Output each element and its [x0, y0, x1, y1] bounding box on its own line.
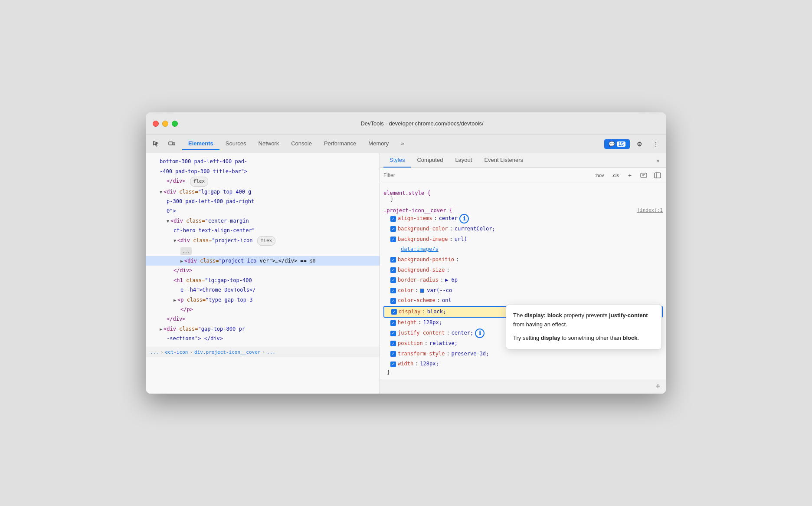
- breadcrumb-ellipsis[interactable]: ...: [150, 349, 159, 355]
- styles-more-tabs[interactable]: »: [653, 154, 663, 167]
- elements-panel: bottom-300 pad-left-400 pad- -400 pad-to…: [146, 153, 380, 394]
- data-image-link[interactable]: data:image/s: [401, 245, 439, 254]
- html-line: ▶<p class="type gap-top-3: [146, 295, 380, 305]
- add-style-button[interactable]: +: [625, 170, 635, 181]
- prop-checkbox-background-image[interactable]: [390, 237, 396, 242]
- prop-checkbox-height[interactable]: [390, 320, 396, 326]
- prop-checkbox-background-position[interactable]: [390, 257, 396, 263]
- html-line: ct-hero text-align-center": [146, 226, 380, 235]
- minimize-button[interactable]: [162, 121, 168, 127]
- html-line: ▼<div class="center-margin: [146, 216, 380, 226]
- tooltip-popup: The display: block property prevents jus…: [506, 305, 662, 349]
- tab-network[interactable]: Network: [252, 138, 285, 150]
- new-style-rule-button[interactable]: [638, 170, 649, 181]
- issues-badge[interactable]: 💬 15: [604, 139, 630, 149]
- svg-rect-0: [169, 142, 173, 145]
- tooltip-bold-block: block: [622, 335, 637, 341]
- html-line: <h1 class="lg:gap-top-400: [146, 276, 380, 285]
- color-swatch[interactable]: [420, 289, 424, 293]
- element-style-header: element.style {: [383, 190, 663, 196]
- tooltip-line1: The display: block property prevents jus…: [513, 311, 655, 329]
- bottom-bar: +: [380, 379, 666, 394]
- tab-styles[interactable]: Styles: [383, 153, 411, 168]
- gear-icon: ⚙: [637, 141, 642, 148]
- titlebar: DevTools - developer.chrome.com/docs/dev…: [146, 112, 666, 135]
- html-line: </div>: [146, 266, 380, 275]
- html-line: 0">: [146, 206, 380, 216]
- prop-data-image: data:image/s: [383, 244, 663, 255]
- devtools-window: DevTools - developer.chrome.com/docs/dev…: [146, 112, 666, 394]
- prop-checkbox-position[interactable]: [390, 341, 396, 346]
- main-toolbar: Elements Sources Network Console Perform…: [146, 135, 666, 153]
- info-icon-align-items[interactable]: ℹ: [459, 214, 469, 223]
- prop-checkbox-align-items[interactable]: [390, 216, 396, 222]
- css-source-link[interactable]: (index):1: [637, 207, 663, 213]
- html-line: bottom-300 pad-left-400 pad-: [146, 157, 380, 166]
- tab-event-listeners[interactable]: Event Listeners: [478, 153, 529, 168]
- inspect-element-button[interactable]: [149, 138, 163, 150]
- more-options-button[interactable]: ⋮: [649, 138, 663, 150]
- issues-icon: 💬: [609, 141, 615, 147]
- styles-panel: Styles Computed Layout Event Listeners »…: [380, 153, 666, 394]
- main-rule-header: .project-icon__cover { (index):1: [383, 207, 663, 214]
- svg-rect-2: [641, 173, 647, 177]
- prop-border-radius: border-radius : ▶ 6p: [383, 275, 663, 286]
- prop-align-items: align-items : center ℹ: [383, 214, 663, 224]
- html-line: -400 pad-top-300 title-bar">: [146, 167, 380, 176]
- more-dots-icon: ⋮: [653, 141, 659, 148]
- hov-button[interactable]: :hov: [593, 172, 606, 179]
- css-content: element.style { } .project-icon__cover {…: [380, 183, 666, 379]
- add-style-rule-button[interactable]: +: [653, 381, 663, 392]
- issues-count: 15: [617, 141, 625, 147]
- device-toggle-button[interactable]: [165, 138, 179, 150]
- prop-color: color : var(--co: [383, 286, 663, 296]
- prop-checkbox-width[interactable]: [390, 361, 396, 367]
- tab-elements[interactable]: Elements: [182, 138, 219, 150]
- prop-checkbox-background-color[interactable]: [390, 226, 396, 232]
- settings-button[interactable]: ⚙: [632, 138, 646, 150]
- styles-tabs-bar: Styles Computed Layout Event Listeners »: [380, 153, 666, 168]
- info-icon-justify-content[interactable]: ℹ: [475, 329, 485, 338]
- window-title: DevTools - developer.chrome.com/docs/dev…: [185, 120, 659, 127]
- breadcrumb-end[interactable]: ...: [267, 349, 275, 355]
- prop-checkbox-justify-content[interactable]: [390, 331, 396, 336]
- html-line: ▶<div class="gap-top-800 pr: [146, 324, 380, 334]
- html-line: </p>: [146, 305, 380, 314]
- tab-sources[interactable]: Sources: [219, 138, 252, 150]
- prop-checkbox-color-scheme[interactable]: [390, 298, 396, 304]
- breadcrumb-cover[interactable]: div.project-icon__cover: [194, 349, 260, 355]
- breadcrumb-ect-icon[interactable]: ect-icon: [165, 349, 188, 355]
- prop-transform-style: transform-style : preserve-3d;: [383, 349, 663, 359]
- svg-rect-5: [655, 173, 661, 178]
- toolbar-right: 💬 15 ⚙ ⋮: [604, 138, 663, 150]
- prop-checkbox-background-size[interactable]: [390, 267, 396, 273]
- tab-more[interactable]: »: [395, 138, 410, 150]
- tab-layout[interactable]: Layout: [449, 153, 478, 168]
- prop-background-size: background-size :: [383, 265, 663, 276]
- filter-input[interactable]: [383, 172, 589, 178]
- prop-checkbox-transform-style[interactable]: [390, 351, 396, 357]
- prop-checkbox-display[interactable]: [391, 309, 397, 315]
- tab-memory[interactable]: Memory: [362, 138, 395, 150]
- close-button[interactable]: [153, 121, 159, 127]
- prop-checkbox-border-radius[interactable]: [390, 277, 396, 283]
- tooltip-bold-display: display: [541, 335, 560, 341]
- prop-checkbox-color[interactable]: [390, 288, 396, 293]
- prop-background-color: background-color : currentColor;: [383, 224, 663, 234]
- html-line: -sections"> </div>: [146, 334, 380, 343]
- cls-button[interactable]: .cls: [610, 172, 622, 179]
- html-line: ▼<div class="lg:gap-top-400 g: [146, 187, 380, 197]
- toggle-sidebar-button[interactable]: [652, 170, 663, 181]
- svg-rect-1: [173, 143, 175, 145]
- prop-background-image: background-image : url(: [383, 234, 663, 245]
- selected-element-line[interactable]: ▶<div class="project-ico ver">…</div> ==…: [146, 256, 380, 266]
- html-line: ...: [146, 246, 380, 256]
- tooltip-line2: Try setting display to something other t…: [513, 334, 655, 343]
- tab-computed[interactable]: Computed: [411, 153, 449, 168]
- maximize-button[interactable]: [172, 121, 178, 127]
- tab-console[interactable]: Console: [285, 138, 318, 150]
- tab-performance[interactable]: Performance: [318, 138, 362, 150]
- tooltip-bold-display-block: display: block: [524, 312, 562, 319]
- prop-width: width : 128px;: [383, 359, 663, 369]
- top-tabs: Elements Sources Network Console Perform…: [182, 138, 602, 150]
